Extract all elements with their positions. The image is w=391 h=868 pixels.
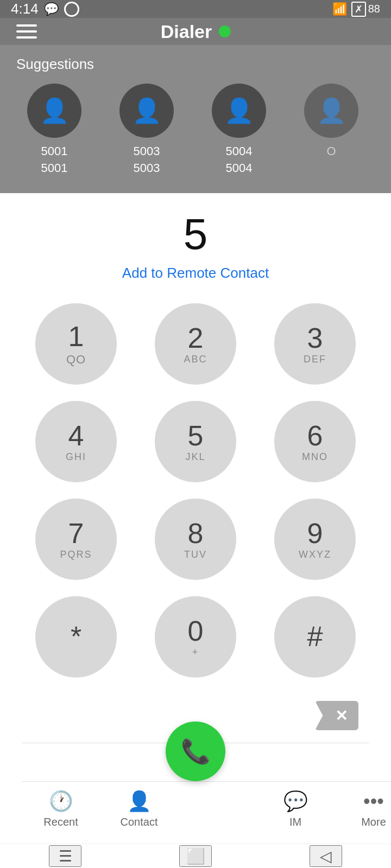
suggestion-name-1: 5003 5003 [134,143,160,177]
nav-contact[interactable]: 👤 Contact [106,790,172,828]
im-icon: 💬 [283,790,308,813]
nav-recent[interactable]: 🕐 Recent [28,790,93,828]
call-button-container: 📞 [22,722,369,781]
phone-icon: 📞 [181,737,211,765]
person-icon-0: 👤 [40,97,70,125]
key-0[interactable]: 0 + [155,596,236,678]
key-4[interactable]: 4 GHI [35,401,117,482]
system-menu-button[interactable]: ☰ [49,845,81,867]
add-remote-contact-button[interactable]: Add to Remote Contact [22,265,369,282]
person-icon-3: 👤 [317,97,346,125]
key-6[interactable]: 6 MNO [274,401,356,482]
nav-call-placeholder [185,787,250,831]
battery-indicator: ✗ 88 [351,2,380,17]
person-icon-1: 👤 [132,97,162,125]
nav-im[interactable]: 💬 IM [263,790,328,828]
app-title: Dialer [161,21,212,42]
status-time: 4:14 [11,1,39,17]
notification-icon: 💬 [44,2,59,16]
avatar-0: 👤 [27,84,81,138]
menu-button[interactable] [16,24,37,39]
key-hash[interactable]: # [274,596,356,678]
nav-im-label: IM [289,816,301,828]
key-2[interactable]: 2 ABC [155,303,236,385]
wifi-icon: 📶 [332,2,347,16]
suggestion-item-1[interactable]: 👤 5003 5003 [109,84,185,177]
avatar-1: 👤 [119,84,174,138]
suggestion-name-2: 5004 5004 [226,143,253,177]
dialer-area: 5 Add to Remote Contact 1 QO 2 ABC 3 DEF… [0,193,391,844]
call-button[interactable]: 📞 [166,722,225,781]
suggestion-item-3[interactable]: 👤 O [293,84,369,177]
status-online-dot [218,25,230,37]
nav-more[interactable]: ••• More [341,790,391,828]
status-left: 4:14 💬 [11,1,79,17]
key-7[interactable]: 7 PQRS [35,499,117,580]
key-1[interactable]: 1 QO [35,303,117,385]
avatar-3: 👤 [304,84,358,138]
key-star[interactable]: * [35,596,117,678]
system-nav: ☰ ⬜ ◁ [0,844,391,868]
contact-icon: 👤 [127,790,152,813]
bottom-nav-wrapper: 📞 🕐 Recent 👤 Contact 💬 IM [22,743,369,838]
system-back-button[interactable]: ◁ [310,845,342,867]
key-9[interactable]: 9 WXYZ [274,499,356,580]
nav-contact-label: Contact [121,816,158,828]
suggestion-name-0: 5001 5001 [41,143,68,177]
suggestions-list: 👤 5001 5001 👤 5003 5003 👤 [16,84,375,177]
system-home-button[interactable]: ⬜ [179,845,212,867]
person-icon-2: 👤 [224,97,254,125]
suggestions-section: Suggestions 👤 5001 5001 👤 5003 5003 [0,45,391,193]
battery-level: 88 [368,3,380,15]
status-right: 📶 ✗ 88 [332,2,380,17]
clock-icon: 🕐 [49,790,73,813]
more-icon: ••• [363,790,384,813]
nav-more-label: More [361,816,386,828]
nav-recent-label: Recent [43,816,78,828]
key-3[interactable]: 3 DEF [274,303,356,385]
app-icon [64,2,79,17]
key-5[interactable]: 5 JKL [155,401,236,482]
app-title-area: Dialer [161,21,231,42]
battery-icon: ✗ [351,2,366,17]
suggestions-label: Suggestions [16,56,375,73]
avatar-2: 👤 [212,84,266,138]
keypad: 1 QO 2 ABC 3 DEF 4 GHI 5 JKL 6 MNO [22,303,369,678]
suggestion-name-3: O [326,143,336,160]
suggestion-item-2[interactable]: 👤 5004 5004 [201,84,277,177]
bottom-nav: 🕐 Recent 👤 Contact 💬 IM ••• More [22,781,391,838]
key-8[interactable]: 8 TUV [155,499,236,580]
top-bar: Dialer [0,18,391,45]
suggestion-item-0[interactable]: 👤 5001 5001 [16,84,92,177]
dialed-number: 5 [22,209,369,259]
status-bar: 4:14 💬 📶 ✗ 88 [0,0,391,18]
